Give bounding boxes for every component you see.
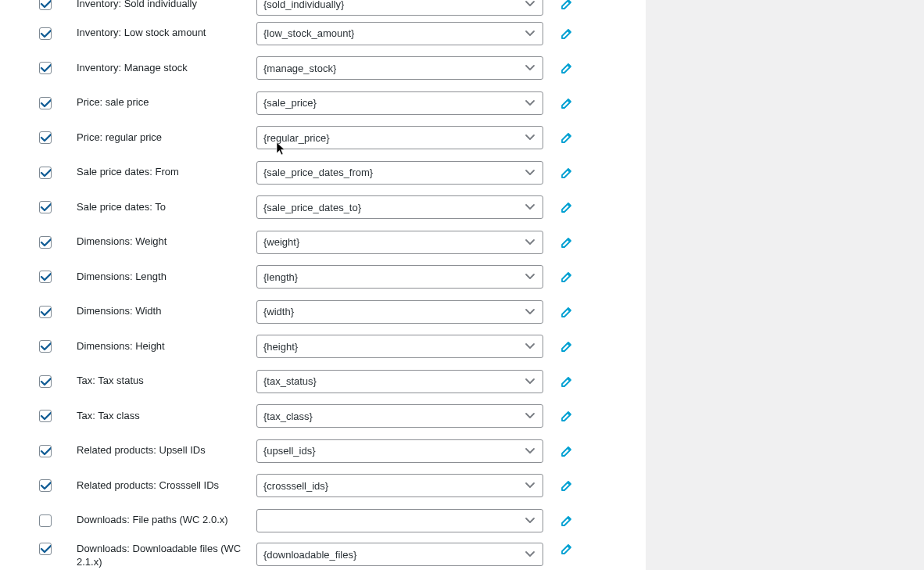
edit-icon[interactable] <box>560 62 573 74</box>
field-mapping-select[interactable]: {crosssell_ids} <box>256 474 543 497</box>
field-mapping-select[interactable]: {sale_price} <box>256 91 543 115</box>
field-row: Inventory: Sold individually{sold_indivi… <box>31 0 646 16</box>
edit-icon[interactable] <box>560 340 573 353</box>
field-label: Related products: Crosssell IDs <box>77 479 256 493</box>
edit-icon[interactable] <box>560 445 573 457</box>
edit-icon[interactable] <box>560 167 573 179</box>
field-label: Sale price dates: To <box>77 201 256 214</box>
field-label: Dimensions: Weight <box>77 235 256 249</box>
field-mapping-select[interactable]: {sale_price_dates_from} <box>256 161 543 185</box>
enable-checkbox[interactable] <box>39 97 52 109</box>
select-value: {tax_class} <box>263 410 313 422</box>
enable-checkbox[interactable] <box>39 514 52 527</box>
enable-checkbox[interactable] <box>39 340 52 353</box>
chevron-down-icon <box>524 0 536 10</box>
field-label: Inventory: Low stock amount <box>77 27 256 40</box>
field-row: Related products: Upsell IDs{upsell_ids} <box>31 434 646 468</box>
field-row: Tax: Tax status{tax_status} <box>31 364 646 399</box>
enable-checkbox[interactable] <box>39 27 52 40</box>
field-row: Inventory: Low stock amount{low_stock_am… <box>31 16 646 51</box>
field-mapping-select[interactable]: {sale_price_dates_to} <box>256 195 543 219</box>
enable-checkbox[interactable] <box>39 201 52 213</box>
enable-checkbox[interactable] <box>39 131 52 144</box>
chevron-down-icon <box>524 62 536 74</box>
enable-checkbox[interactable] <box>39 445 52 457</box>
select-value: {sale_price_dates_to} <box>263 202 361 213</box>
select-value: {crosssell_ids} <box>263 480 328 492</box>
field-mapping-select[interactable]: {sold_individually} <box>256 0 543 16</box>
select-value: {tax_status} <box>263 375 317 387</box>
field-mapping-select[interactable]: {downloadable_files} <box>256 543 543 566</box>
edit-icon[interactable] <box>560 0 573 10</box>
field-row: Downloads: File paths (WC 2.0.x) <box>31 504 646 538</box>
enable-checkbox[interactable] <box>39 62 52 74</box>
field-label: Inventory: Sold individually <box>77 0 256 10</box>
field-mapping-select[interactable]: {low_stock_amount} <box>256 22 543 45</box>
enable-checkbox[interactable] <box>39 236 52 249</box>
chevron-down-icon <box>524 548 536 561</box>
field-row: Dimensions: Weight{weight} <box>31 225 646 260</box>
enable-checkbox[interactable] <box>39 410 52 422</box>
field-mapping-select[interactable]: {manage_stock} <box>256 56 543 80</box>
field-label: Downloads: File paths (WC 2.0.x) <box>77 514 256 527</box>
enable-checkbox[interactable] <box>39 271 52 283</box>
field-mapping-select[interactable]: {upsell_ids} <box>256 439 543 463</box>
chevron-down-icon <box>524 131 536 144</box>
edit-icon[interactable] <box>560 514 573 527</box>
chevron-down-icon <box>524 340 536 353</box>
chevron-down-icon <box>524 236 536 249</box>
field-row: Price: sale price{sale_price} <box>31 86 646 120</box>
chevron-down-icon <box>524 375 536 388</box>
sidebar-area <box>646 0 924 570</box>
field-mapping-panel: Inventory: Sold individually{sold_indivi… <box>0 0 646 570</box>
edit-icon[interactable] <box>560 201 573 213</box>
field-label: Inventory: Manage stock <box>77 62 256 75</box>
edit-icon[interactable] <box>560 131 573 144</box>
field-label: Dimensions: Length <box>77 271 256 284</box>
field-row: Dimensions: Width{width} <box>31 295 646 329</box>
field-mapping-select[interactable]: {length} <box>256 265 543 289</box>
field-mapping-select[interactable]: {tax_status} <box>256 370 543 393</box>
chevron-down-icon <box>524 97 536 109</box>
field-row: Tax: Tax class{tax_class} <box>31 399 646 433</box>
field-row: Inventory: Manage stock{manage_stock} <box>31 51 646 85</box>
enable-checkbox[interactable] <box>39 306 52 318</box>
field-mapping-select[interactable]: {weight} <box>256 231 543 254</box>
select-value: {regular_price} <box>263 132 330 144</box>
field-row: Price: regular price{regular_price} <box>31 120 646 155</box>
edit-icon[interactable] <box>560 236 573 249</box>
enable-checkbox[interactable] <box>39 543 52 555</box>
field-row: Dimensions: Length{length} <box>31 260 646 294</box>
field-mapping-select[interactable]: {width} <box>256 300 543 324</box>
edit-icon[interactable] <box>560 479 573 492</box>
enable-checkbox[interactable] <box>39 0 52 10</box>
select-value: {manage_stock} <box>263 63 336 74</box>
field-label: Tax: Tax status <box>77 375 256 388</box>
edit-icon[interactable] <box>560 543 573 555</box>
field-label: Related products: Upsell IDs <box>77 444 256 457</box>
enable-checkbox[interactable] <box>39 375 52 388</box>
select-value: {width} <box>263 306 294 317</box>
enable-checkbox[interactable] <box>39 167 52 179</box>
field-mapping-select[interactable] <box>256 509 543 532</box>
field-mapping-select[interactable]: {height} <box>256 335 543 358</box>
chevron-down-icon <box>524 271 536 283</box>
field-row: Sale price dates: To{sale_price_dates_to… <box>31 190 646 224</box>
field-mapping-select[interactable]: {regular_price} <box>256 126 543 149</box>
field-label: Tax: Tax class <box>77 410 256 423</box>
field-label: Downloads: Downloadable files (WC 2.1.x) <box>77 543 256 569</box>
enable-checkbox[interactable] <box>39 479 52 492</box>
field-row: Dimensions: Height{height} <box>31 329 646 364</box>
edit-icon[interactable] <box>560 27 573 40</box>
select-value: {height} <box>263 341 298 353</box>
field-label: Dimensions: Height <box>77 340 256 353</box>
edit-icon[interactable] <box>560 271 573 283</box>
select-value: {length} <box>263 271 298 283</box>
edit-icon[interactable] <box>560 306 573 318</box>
select-value: {weight} <box>263 236 299 248</box>
edit-icon[interactable] <box>560 410 573 422</box>
edit-icon[interactable] <box>560 375 573 388</box>
edit-icon[interactable] <box>560 97 573 109</box>
field-mapping-select[interactable]: {tax_class} <box>256 404 543 428</box>
field-label: Sale price dates: From <box>77 166 256 179</box>
